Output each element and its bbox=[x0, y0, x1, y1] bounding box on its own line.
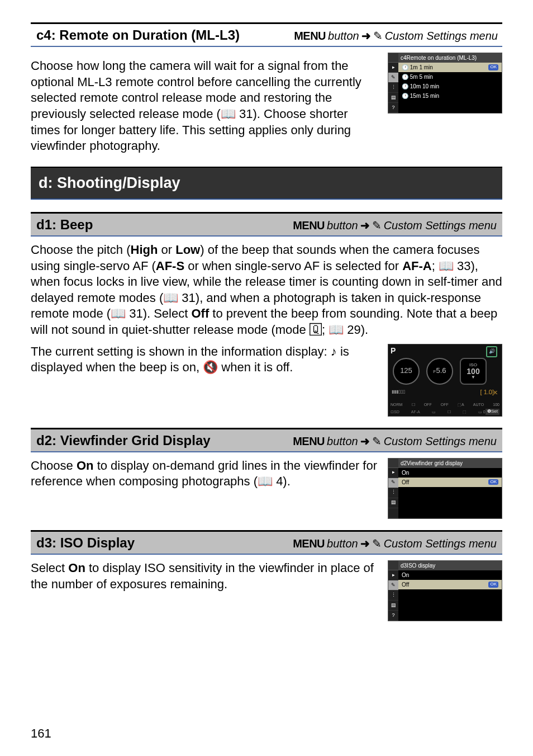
lcd-title: d3ISO display bbox=[398, 561, 502, 570]
arrow-icon: ➜ bbox=[360, 218, 370, 233]
menu-target: Custom Settings menu bbox=[385, 29, 498, 43]
c4-lcd-screenshot: c4Remote on duration (ML-L3) ▸ ✎ ⋮ ▤ ? 🕐… bbox=[388, 53, 502, 114]
d2-body: Choose On to display on-demand grid line… bbox=[31, 458, 378, 490]
text-part: when it is off. bbox=[218, 360, 293, 374]
section-header-d3: d3: ISO Display MENU button ➜ ✎ Custom S… bbox=[31, 530, 502, 555]
tab-icon: ✎ bbox=[388, 73, 398, 83]
tab-icon: ⋮ bbox=[388, 488, 398, 498]
tab-icon: ▤ bbox=[388, 498, 398, 508]
d1-menu-path: MENU button ➜ ✎ Custom Settings menu bbox=[293, 218, 497, 233]
d2-title: d2: Viewfinder Grid Display bbox=[36, 432, 211, 449]
ok-badge: OK bbox=[488, 479, 498, 485]
tab-icon: ⋮ bbox=[388, 83, 398, 93]
d2-lcd-screenshot: d2Viewfinder grid display ▸ ✎ ⋮ ▤ OnOffO… bbox=[388, 458, 502, 519]
mode-indicator: P bbox=[391, 346, 396, 356]
pencil-icon: ✎ bbox=[372, 536, 382, 551]
shutter-dial: 125 bbox=[393, 358, 420, 385]
ok-badge: OK bbox=[488, 582, 498, 587]
info-bottom-row1: NORM☐OFFOFF⬚AAUTO100 bbox=[391, 402, 499, 407]
menu-target: Custom Settings menu bbox=[384, 434, 497, 448]
pencil-icon: ✎ bbox=[373, 29, 383, 43]
aperture-dial: F5.6 bbox=[426, 358, 453, 385]
pencil-icon: ✎ bbox=[372, 434, 382, 448]
info-bottom-row2: ⊡SDAF-A▭☐⬚▭ 0.0 ⊡ 0.0 bbox=[391, 409, 499, 414]
text-part: The current setting is shown in the info… bbox=[31, 344, 331, 358]
tab-icon: ⋮ bbox=[388, 590, 398, 601]
button-word: button bbox=[327, 218, 358, 233]
tab-icon: ▤ bbox=[388, 93, 398, 103]
menu-button-label: MENU bbox=[293, 434, 325, 448]
iso-dial: ISO100▼ bbox=[460, 358, 487, 385]
lcd-option: OffOK bbox=[398, 478, 502, 487]
c4-title: c4: Remote on Duration (ML-L3) bbox=[36, 26, 240, 44]
tab-icon: ▤ bbox=[388, 601, 398, 611]
lcd-option: 🕐 5m 5 min bbox=[398, 72, 502, 82]
lcd-title: d2Viewfinder grid display bbox=[398, 459, 502, 468]
lcd-option: OffOK bbox=[398, 580, 502, 589]
d3-body: Select On to display ISO sensitivity in … bbox=[31, 560, 378, 592]
d1-title: d1: Beep bbox=[36, 216, 93, 233]
lcd-option: On bbox=[398, 570, 502, 580]
ok-badge: OK bbox=[488, 64, 498, 70]
lcd-option: 🕐 10m 10 min bbox=[398, 82, 502, 91]
arrow-icon: ➜ bbox=[361, 29, 371, 43]
note-off-icon: 🔇 bbox=[203, 360, 218, 374]
lcd-title: c4Remote on duration (ML-L3) bbox=[398, 53, 502, 63]
menu-button-label: MENU bbox=[293, 536, 325, 551]
tab-icon: ✎ bbox=[388, 580, 398, 590]
lcd-option: On bbox=[398, 468, 502, 478]
d1-body1: Choose the pitch (High or Low) of the be… bbox=[31, 242, 502, 338]
button-word: button bbox=[328, 29, 359, 43]
major-section-heading: d: Shooting/Display bbox=[31, 167, 502, 200]
button-word: button bbox=[327, 434, 358, 448]
tab-icon: ? bbox=[388, 611, 398, 621]
lcd-option: 🕐 1m 1 minOK bbox=[398, 63, 502, 72]
arrow-icon: ➜ bbox=[360, 536, 370, 551]
page-number: 161 bbox=[31, 726, 51, 742]
d1-body2: The current setting is shown in the info… bbox=[31, 344, 378, 376]
lcd-option: 🕐 15m 15 min bbox=[398, 91, 502, 101]
histogram-icon: ▮▮▮▯▯▯ bbox=[392, 389, 498, 395]
note-on-icon: ♪ bbox=[331, 344, 337, 358]
c4-menu-path: MENU button ➜ ✎ Custom Settings menu bbox=[294, 29, 498, 43]
d3-title: d3: ISO Display bbox=[36, 534, 135, 551]
pencil-icon: ✎ bbox=[372, 218, 382, 233]
set-button-label: ❶Set bbox=[486, 409, 499, 414]
section-header-d2: d2: Viewfinder Grid Display MENU button … bbox=[31, 428, 502, 452]
d3-lcd-screenshot: d3ISO display ▸ ✎ ⋮ ▤ ? OnOffOK bbox=[388, 560, 502, 621]
menu-target: Custom Settings menu bbox=[384, 536, 497, 551]
menu-target: Custom Settings menu bbox=[384, 218, 497, 233]
d3-menu-path: MENU button ➜ ✎ Custom Settings menu bbox=[293, 536, 497, 551]
button-word: button bbox=[327, 536, 358, 551]
section-header-c4: c4: Remote on Duration (ML-L3) MENU butt… bbox=[31, 22, 502, 47]
d2-menu-path: MENU button ➜ ✎ Custom Settings menu bbox=[293, 434, 497, 448]
tab-icon: ? bbox=[388, 103, 398, 113]
arrow-icon: ➜ bbox=[360, 434, 370, 448]
tab-icon bbox=[388, 508, 398, 518]
menu-button-label: MENU bbox=[294, 29, 326, 43]
menu-button-label: MENU bbox=[293, 218, 325, 233]
section-header-d1: d1: Beep MENU button ➜ ✎ Custom Settings… bbox=[31, 212, 502, 237]
c4-body: Choose how long the camera will wait for… bbox=[31, 58, 378, 154]
tab-icon: ▸ bbox=[388, 570, 398, 580]
tab-icon: ▸ bbox=[388, 63, 398, 73]
tab-icon: ▸ bbox=[388, 468, 398, 478]
d1-info-display: P 🔊 125 F5.6 ISO100▼ [ 1.0]ᴋ ▮▮▮▯▯▯ NORM… bbox=[388, 344, 502, 417]
sound-icon: 🔊 bbox=[486, 346, 497, 357]
tab-icon: ✎ bbox=[388, 478, 398, 488]
